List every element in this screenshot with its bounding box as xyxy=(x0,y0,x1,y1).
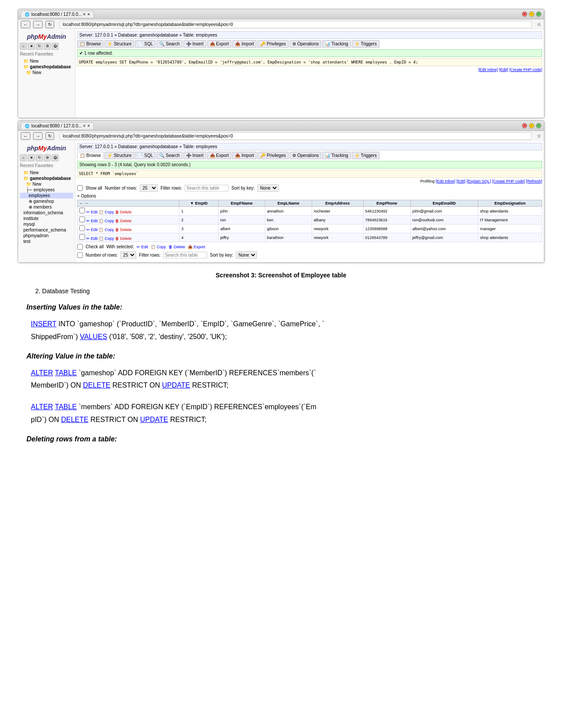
col-empaddress[interactable]: EmpAddress xyxy=(312,200,363,207)
tab-import-2[interactable]: 📥 Import xyxy=(232,152,257,159)
tab-triggers-2[interactable]: ⚡ Triggers xyxy=(352,152,380,159)
sort-by-key-select-bottom[interactable]: None xyxy=(236,251,257,259)
alter-kw-1[interactable]: ALTER xyxy=(31,369,53,377)
tab-tracking-1[interactable]: 📊 Tracking xyxy=(322,40,351,48)
tree-employees-s2[interactable]: ├─ employees xyxy=(20,187,73,193)
edit-row-2[interactable]: ✏ Edit xyxy=(86,228,98,232)
copy-row-1[interactable]: 📋 Copy xyxy=(99,219,114,223)
tab-search-1[interactable]: 🔍 Search xyxy=(156,40,182,48)
refresh-link[interactable]: [Refresh] xyxy=(526,179,542,183)
tab-privileges-1[interactable]: 🔑 Privileges xyxy=(257,40,288,48)
tab-insert-2[interactable]: ➕ Insert xyxy=(183,152,206,159)
min-btn-2[interactable]: − xyxy=(529,123,534,128)
show-all-checkbox-bottom[interactable] xyxy=(77,252,83,258)
edit-row-1[interactable]: ✏ Edit xyxy=(86,219,98,223)
delete-row-3[interactable]: 🗑 Delete xyxy=(115,236,132,241)
tab-triggers-1[interactable]: ⚡ Triggers xyxy=(352,40,380,48)
tree-phpmyadmin[interactable]: phpmyadmin xyxy=(20,233,73,239)
update-kw-1[interactable]: UPDATE xyxy=(162,381,190,389)
pma-icon-refresh[interactable]: ↻ xyxy=(36,43,43,50)
tree-info-schema[interactable]: information_schema xyxy=(20,210,73,216)
tab-tracking-2[interactable]: 📊 Tracking xyxy=(322,152,351,159)
refresh-btn-2[interactable]: ↻ xyxy=(45,132,54,140)
tab-browse-1[interactable]: 📋 Browse xyxy=(77,40,104,48)
star-icon-1[interactable]: ☆ xyxy=(537,22,541,27)
row-checkbox-3[interactable] xyxy=(79,234,85,240)
row-checkbox-0[interactable] xyxy=(79,208,85,213)
pma-icon-star-2[interactable]: ★ xyxy=(28,154,35,161)
tab-export-2[interactable]: 📤 Export xyxy=(207,152,232,159)
copy-row-0[interactable]: 📋 Copy xyxy=(99,210,114,214)
filter-rows-input-bottom[interactable] xyxy=(163,252,207,258)
edit-row-3[interactable]: ✏ Edit xyxy=(86,236,98,241)
back-btn-1[interactable]: ← xyxy=(21,21,30,28)
tab-structure-1[interactable]: ⚡ Structure xyxy=(104,40,134,48)
check-all-checkbox[interactable] xyxy=(77,244,83,250)
address-bar-1[interactable]: localhost:8080/phpmyadmin/sql.php?db=gam… xyxy=(60,21,532,28)
back-btn-2[interactable]: ← xyxy=(21,132,30,140)
update-kw-2[interactable]: UPDATE xyxy=(140,416,168,423)
edit-inline-link-1[interactable]: [Edit Inline] xyxy=(478,67,498,72)
tab-close-1[interactable]: × xyxy=(87,12,90,17)
pma-icon-exit[interactable]: ⏻ xyxy=(52,43,59,50)
row-checkbox-1[interactable] xyxy=(79,217,85,222)
copy-row-3[interactable]: 📋 Copy xyxy=(99,236,114,241)
alter-kw-2[interactable]: ALTER xyxy=(31,403,53,411)
tree-perf-schema[interactable]: performance_schema xyxy=(20,227,73,233)
tab-import-1[interactable]: 📥 Import xyxy=(232,40,257,48)
tab-privileges-2[interactable]: 🔑 Privileges xyxy=(257,152,288,159)
tree-mysql[interactable]: mysql xyxy=(20,221,73,227)
col-empdesignation[interactable]: EmpDesignation xyxy=(478,200,542,207)
forward-btn-2[interactable]: → xyxy=(33,132,43,140)
tree-gameshopdatabase-2[interactable]: 📁 gameshopdatabase xyxy=(20,175,73,181)
tab-sql-2[interactable]: 📄 SQL xyxy=(135,152,156,159)
tree-test[interactable]: test xyxy=(20,239,73,244)
col-arrow-right[interactable]: → xyxy=(84,201,88,205)
close-btn-2[interactable]: × xyxy=(522,123,527,128)
export-selected-btn[interactable]: 📤 Export xyxy=(188,245,205,249)
tree-gameshopdatabase-1[interactable]: 📁 gameshopdatabase xyxy=(20,64,73,70)
tab-close-2[interactable]: × xyxy=(87,123,90,128)
tab-operations-1[interactable]: ⚙ Operations xyxy=(290,40,322,48)
min-btn-1[interactable]: − xyxy=(529,11,534,17)
forward-btn-1[interactable]: → xyxy=(33,21,43,28)
tree-institute[interactable]: institute xyxy=(20,216,73,221)
sort-by-key-select[interactable]: None xyxy=(257,184,279,192)
num-rows-select[interactable]: 25 50 100 xyxy=(140,184,158,192)
row-checkbox-2[interactable] xyxy=(79,225,85,231)
tree-gameshop-s2[interactable]: ⊕ gameshop xyxy=(20,198,73,204)
address-bar-2[interactable]: localhost:8080/phpmyadmin/sql.php?db=gam… xyxy=(60,132,532,140)
values-keyword[interactable]: VALUES xyxy=(80,333,107,340)
show-all-checkbox[interactable] xyxy=(77,185,83,191)
browser-tab-1[interactable]: 🌐 localhost:8080 / 127.0.0... × × xyxy=(21,11,94,18)
delete-kw-2[interactable]: DELETE xyxy=(61,416,88,423)
col-empfname[interactable]: EmpFName xyxy=(218,200,265,207)
pma-icon-star[interactable]: ★ xyxy=(28,43,35,50)
tree-new-s2-2[interactable]: 📁 New xyxy=(20,181,73,187)
tab-search-2[interactable]: 🔍 Search xyxy=(156,152,182,159)
pma-icon-settings[interactable]: ⚙ xyxy=(44,43,51,50)
col-emplname[interactable]: EmpLName xyxy=(265,200,312,207)
col-empemailid[interactable]: EmpEmailID xyxy=(410,200,478,207)
tree-members-s2[interactable]: ⊕ members xyxy=(20,204,73,210)
delete-selected-btn[interactable]: 🗑 Delete xyxy=(168,245,185,249)
edit-row-0[interactable]: ✏ Edit xyxy=(86,210,98,214)
delete-row-2[interactable]: 🗑 Delete xyxy=(115,228,132,232)
tree-new-2[interactable]: 📁 New xyxy=(20,70,73,75)
edit-link-1[interactable]: [Edit] xyxy=(499,67,508,72)
delete-row-0[interactable]: 🗑 Delete xyxy=(115,210,132,214)
tree-new-1[interactable]: 📁 New xyxy=(20,58,73,64)
pma-icon-home[interactable]: ⌂ xyxy=(20,43,27,50)
tab-insert-1[interactable]: ➕ Insert xyxy=(183,40,206,48)
tab-browse-2[interactable]: 📋 Browse xyxy=(77,152,104,159)
pma-icon-home-2[interactable]: ⌂ xyxy=(20,154,27,161)
refresh-btn-1[interactable]: ↻ xyxy=(45,21,54,28)
pma-icon-refresh-2[interactable]: ↻ xyxy=(36,154,43,161)
edit-inline-link-2[interactable]: [Edit Inline] xyxy=(435,179,455,183)
create-php-link-2[interactable]: [Create PHP code] xyxy=(492,179,525,183)
tab-operations-2[interactable]: ⚙ Operations xyxy=(290,152,322,159)
table-kw-1[interactable]: TABLE xyxy=(55,369,77,377)
edit-selected-btn[interactable]: ✏ Edit xyxy=(137,245,148,249)
copy-row-2[interactable]: 📋 Copy xyxy=(99,228,114,232)
max-btn-1[interactable]: □ xyxy=(536,11,541,17)
